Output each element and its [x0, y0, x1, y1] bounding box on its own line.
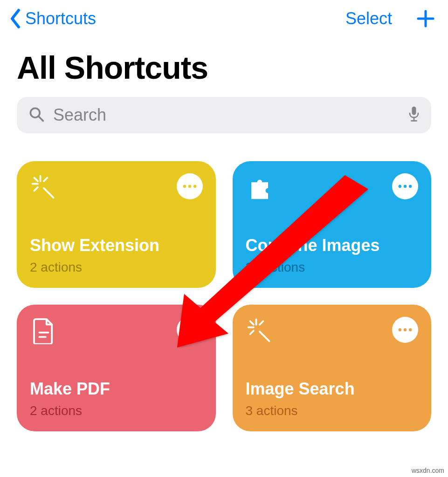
svg-point-21 — [183, 328, 186, 331]
svg-line-3 — [39, 116, 43, 121]
back-button[interactable]: Shortcuts — [9, 8, 96, 29]
svg-line-11 — [34, 187, 37, 191]
ellipsis-icon — [182, 327, 197, 333]
watermark: wsxdn.com — [412, 467, 444, 474]
svg-point-30 — [399, 328, 401, 331]
plus-icon — [415, 8, 436, 29]
svg-line-28 — [250, 331, 253, 334]
more-button[interactable] — [392, 173, 418, 199]
svg-point-16 — [399, 185, 401, 188]
wand-icon — [30, 173, 58, 201]
ellipsis-icon — [398, 184, 413, 189]
add-button[interactable] — [415, 8, 436, 29]
shortcut-card-show-extension[interactable]: Show Extension 2 actions — [17, 161, 216, 288]
card-text: Show Extension 2 actions — [30, 236, 203, 275]
svg-point-15 — [193, 185, 196, 188]
shortcuts-grid: Show Extension 2 actions Combine Images … — [0, 133, 448, 431]
svg-line-7 — [44, 188, 54, 198]
nav-actions: Select — [345, 8, 436, 29]
more-button[interactable] — [392, 317, 418, 343]
svg-line-12 — [34, 177, 37, 181]
card-text: Combine Images 20 actions — [246, 236, 419, 275]
ellipsis-icon — [398, 327, 413, 333]
svg-point-31 — [404, 328, 407, 331]
chevron-left-icon — [9, 8, 21, 29]
nav-bar: Shortcuts Select — [0, 0, 448, 33]
wand-icon — [246, 317, 274, 345]
shortcut-card-combine-images[interactable]: Combine Images 20 actions — [233, 161, 432, 288]
select-button[interactable]: Select — [345, 9, 392, 28]
svg-point-14 — [188, 185, 191, 188]
svg-line-27 — [260, 321, 263, 324]
card-subtitle: 20 actions — [246, 260, 419, 275]
ellipsis-icon — [182, 184, 197, 189]
card-subtitle: 3 actions — [246, 403, 419, 418]
back-label: Shortcuts — [25, 9, 96, 28]
puzzle-icon — [246, 173, 274, 201]
svg-point-22 — [188, 328, 191, 331]
svg-point-18 — [409, 185, 412, 188]
svg-line-29 — [250, 321, 253, 324]
microphone-icon[interactable] — [408, 106, 420, 124]
card-title: Make PDF — [30, 379, 203, 399]
card-text: Make PDF 2 actions — [30, 379, 203, 418]
more-button[interactable] — [177, 317, 203, 343]
search-input[interactable]: Search — [17, 97, 431, 133]
svg-line-24 — [260, 332, 269, 341]
svg-point-13 — [183, 185, 186, 188]
more-button[interactable] — [177, 173, 203, 199]
search-placeholder: Search — [53, 105, 400, 125]
card-text: Image Search 3 actions — [246, 379, 419, 418]
svg-point-17 — [404, 185, 407, 188]
svg-point-23 — [193, 328, 196, 331]
card-subtitle: 2 actions — [30, 260, 203, 275]
document-icon — [30, 317, 58, 345]
card-subtitle: 2 actions — [30, 403, 203, 418]
svg-point-32 — [409, 328, 412, 331]
card-title: Show Extension — [30, 236, 203, 255]
svg-line-10 — [44, 177, 47, 181]
card-title: Combine Images — [246, 236, 419, 255]
page-title: All Shortcuts — [0, 33, 448, 93]
shortcut-card-image-search[interactable]: Image Search 3 actions — [233, 305, 432, 431]
card-title: Image Search — [246, 379, 419, 399]
svg-rect-4 — [412, 107, 416, 115]
search-icon — [28, 106, 45, 124]
shortcut-card-make-pdf[interactable]: Make PDF 2 actions — [17, 305, 216, 431]
